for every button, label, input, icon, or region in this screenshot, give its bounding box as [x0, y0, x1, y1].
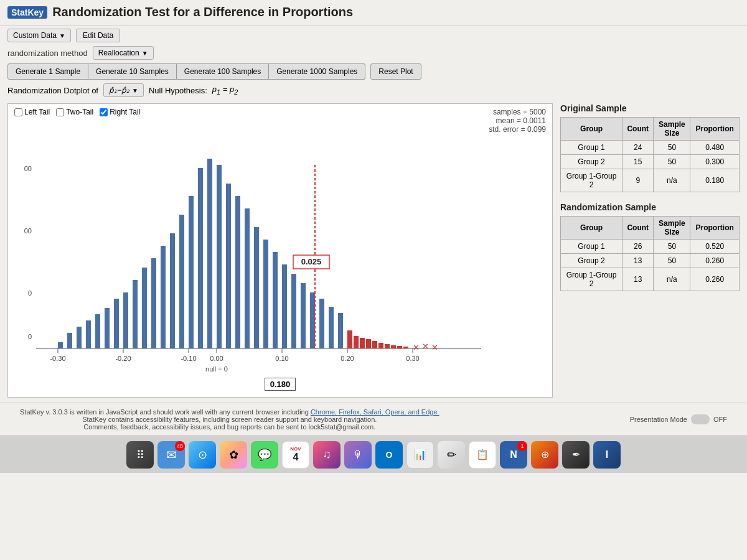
dock-n-badge: 1 — [517, 441, 527, 451]
dock-launchpad[interactable]: ⠿ — [126, 441, 154, 469]
browser-links[interactable]: Chrome, Firefox, Safari, Opera, and Edge… — [311, 408, 439, 416]
svg-text:0.30: 0.30 — [406, 355, 419, 362]
col-group: Group — [561, 118, 622, 141]
svg-rect-40 — [354, 336, 359, 348]
dock-calendar[interactable]: NOV 4 — [282, 441, 309, 469]
svg-rect-32 — [310, 292, 315, 348]
svg-rect-21 — [207, 159, 212, 348]
dock: ⠿ ✉ 48 ⊙ ✿ 💬 NOV 4 ♫ 🎙 O 📊 — [0, 436, 747, 473]
svg-rect-27 — [263, 240, 268, 348]
table-row: Group 215500.300 — [561, 155, 740, 169]
svg-rect-43 — [372, 341, 377, 348]
dock-music[interactable]: ♫ — [313, 441, 341, 469]
svg-rect-10 — [105, 308, 110, 348]
statistic-select-button[interactable]: p̂₁−p̂₂ ▼ — [103, 83, 144, 97]
svg-text:0: 0 — [28, 289, 32, 297]
svg-rect-18 — [179, 215, 184, 348]
table-row: Group 213500.260 — [561, 254, 740, 268]
col-proportion: Proportion — [690, 118, 740, 141]
table-row: Group 126500.520 — [561, 240, 740, 254]
svg-rect-7 — [77, 327, 82, 348]
svg-text:✕: ✕ — [413, 343, 420, 352]
dock-info[interactable]: I — [593, 441, 621, 469]
dock-tool[interactable]: ✒ — [562, 441, 590, 469]
presentation-mode-label: Presentation Mode — [630, 416, 687, 423]
svg-text:-0.10: -0.10 — [181, 355, 196, 362]
svg-text:0.10: 0.10 — [275, 355, 288, 362]
right-tail-option[interactable]: Right Tail — [100, 108, 140, 116]
generate-100-samples-button[interactable]: Generate 100 Samples — [177, 63, 269, 80]
svg-rect-33 — [319, 299, 324, 348]
statistic-formula: p̂₁−p̂₂ — [109, 86, 129, 95]
col-count: Count — [622, 217, 654, 240]
dock-photos[interactable]: ✿ — [220, 441, 247, 469]
presentation-mode-toggle[interactable] — [691, 414, 710, 424]
svg-text:00: 00 — [24, 165, 32, 172]
two-tail-checkbox[interactable] — [56, 108, 64, 116]
col-count: Count — [622, 118, 654, 141]
reallocation-button[interactable]: Reallocation ▼ — [93, 46, 154, 60]
svg-rect-20 — [198, 168, 203, 348]
svg-rect-44 — [378, 343, 383, 348]
null-hypothesis-value: p1 = p2 — [212, 85, 238, 96]
left-tail-option[interactable]: Left Tail — [14, 108, 50, 116]
original-sample-title: Original Sample — [560, 103, 740, 113]
dock-messages[interactable]: 💬 — [251, 441, 278, 469]
col-proportion: Proportion — [690, 217, 740, 240]
svg-rect-28 — [273, 252, 278, 348]
generate-10-samples-button[interactable]: Generate 10 Samples — [88, 63, 177, 80]
custom-data-button[interactable]: Custom Data ▼ — [7, 29, 71, 42]
tail-options: Left Tail Two-Tail Right Tail — [14, 108, 140, 116]
chevron-down-icon: ▼ — [59, 32, 65, 39]
svg-text:0.025: 0.025 — [301, 257, 322, 266]
dock-notepad[interactable]: 📋 — [469, 441, 496, 469]
dock-browser[interactable]: ⊕ — [531, 441, 558, 469]
generate-1000-samples-button[interactable]: Generate 1000 Samples — [269, 63, 365, 80]
right-tail-checkbox[interactable] — [100, 108, 108, 116]
edit-data-button[interactable]: Edit Data — [76, 29, 120, 42]
dock-podcasts[interactable]: 🎙 — [344, 441, 372, 469]
svg-rect-26 — [254, 227, 259, 348]
original-sample-table: Group Count SampleSize Proportion Group … — [560, 117, 740, 192]
svg-rect-13 — [133, 280, 138, 348]
dock-outlook[interactable]: O — [375, 441, 403, 469]
null-hypothesis-label: Null Hypothesis: — [149, 86, 207, 95]
table-row: Group 124500.480 — [561, 141, 740, 155]
svg-rect-45 — [385, 344, 390, 348]
two-tail-option[interactable]: Two-Tail — [56, 108, 93, 116]
svg-rect-22 — [217, 165, 222, 348]
svg-text:-0.30: -0.30 — [50, 355, 65, 362]
svg-rect-9 — [95, 314, 100, 348]
svg-rect-46 — [391, 345, 396, 348]
svg-text:0: 0 — [28, 333, 32, 340]
svg-rect-34 — [329, 307, 334, 348]
dock-pencil[interactable]: ✏ — [438, 441, 465, 469]
svg-rect-19 — [189, 196, 194, 348]
footer: StatKey v. 3.0.3 is written in JavaScrip… — [0, 403, 747, 436]
dotplot-label: Randomization Dotplot of — [7, 86, 98, 95]
svg-text:null = 0: null = 0 — [205, 365, 228, 373]
svg-rect-48 — [403, 347, 408, 348]
value-180-box: 0.180 — [265, 378, 296, 391]
dock-notification[interactable]: N 1 — [500, 441, 527, 469]
dotplot-chart: 00 00 0 0 — [8, 134, 494, 376]
svg-rect-25 — [245, 208, 250, 348]
svg-rect-8 — [86, 320, 91, 348]
dock-mail[interactable]: ✉ 48 — [157, 441, 185, 469]
svg-rect-5 — [58, 342, 63, 348]
randomization-sample-table: Group Count SampleSize Proportion Group … — [560, 216, 740, 291]
randomization-sample-title: Randomization Sample — [560, 202, 740, 212]
off-label: OFF — [713, 416, 727, 423]
col-sample-size: SampleSize — [654, 217, 690, 240]
svg-text:✕: ✕ — [431, 343, 438, 352]
col-sample-size: SampleSize — [654, 118, 690, 141]
left-tail-checkbox[interactable] — [14, 108, 22, 116]
svg-rect-31 — [301, 283, 306, 348]
svg-rect-14 — [142, 268, 147, 348]
svg-text:0.20: 0.20 — [341, 355, 354, 362]
generate-1-sample-button[interactable]: Generate 1 Sample — [7, 63, 88, 80]
statkey-logo: StatKey — [7, 6, 47, 19]
reset-plot-button[interactable]: Reset Plot — [370, 63, 421, 80]
dock-stats[interactable]: 📊 — [406, 441, 434, 469]
dock-safari[interactable]: ⊙ — [189, 441, 216, 469]
